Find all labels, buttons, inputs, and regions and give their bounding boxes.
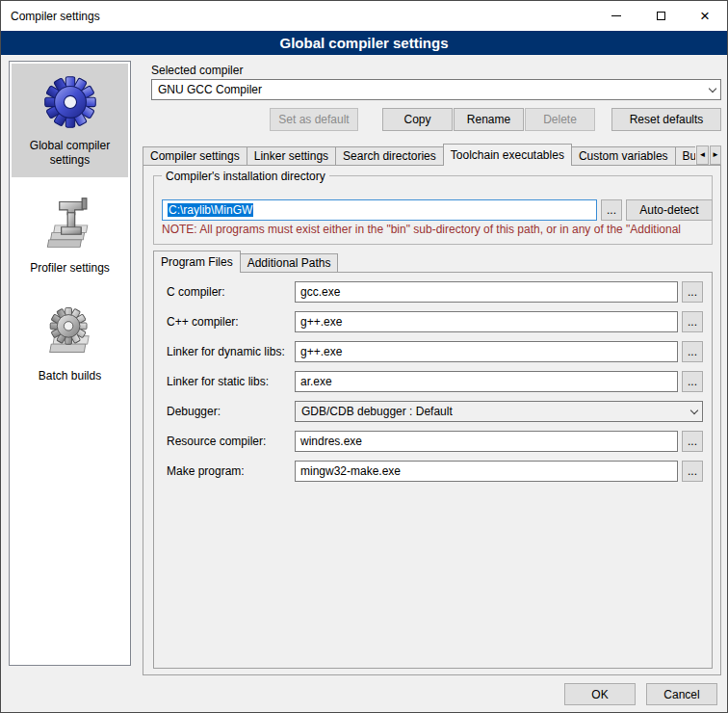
tab-search-directories[interactable]: Search directories xyxy=(335,146,444,165)
close-button[interactable]: × xyxy=(683,1,727,31)
compiler-settings-dialog: Compiler settings × Global compiler sett… xyxy=(0,0,728,713)
batch-builds-icon xyxy=(41,303,99,360)
tab-toolchain-executables[interactable]: Toolchain executables xyxy=(443,144,572,166)
window-title: Compiler settings xyxy=(1,10,100,23)
dialog-header: Global compiler settings xyxy=(1,31,727,55)
make-program-input[interactable]: mingw32-make.exe xyxy=(295,461,678,482)
installation-directory-group-title: Compiler's installation directory xyxy=(162,170,329,183)
set-as-default-button[interactable]: Set as default xyxy=(270,108,358,131)
sidebar-item-batch-builds[interactable]: Batch builds xyxy=(12,294,128,393)
field-label-cpp-compiler: C++ compiler: xyxy=(167,311,239,332)
tab-compiler-settings[interactable]: Compiler settings xyxy=(143,146,247,165)
tab-scroll-right-icon: ► xyxy=(712,151,719,159)
field-label-resource-compiler: Resource compiler: xyxy=(167,431,266,452)
window-controls: × xyxy=(594,1,727,31)
cpp-compiler-browse-button[interactable]: ... xyxy=(682,311,703,332)
installation-directory-group: Compiler's installation directory C:\ray… xyxy=(153,175,713,245)
program-files-tabstrip: Program Files Additional Paths xyxy=(153,251,538,273)
minimize-button[interactable] xyxy=(594,1,638,31)
settings-category-list: Global compiler settings Profiler settin… xyxy=(9,61,131,666)
program-files-panel: C compiler: gcc.exe ... C++ compiler: g+… xyxy=(153,272,713,669)
field-label-debugger: Debugger: xyxy=(167,401,221,422)
tab-scroll-left-button[interactable]: ◄ xyxy=(696,145,709,165)
cpp-compiler-value: g++.exe xyxy=(300,315,342,329)
selected-compiler-value: GNU GCC Compiler xyxy=(152,83,704,96)
tab-scroll-left-icon: ◄ xyxy=(699,151,707,159)
gear-blue-icon xyxy=(41,72,99,130)
dynamic-linker-value: g++.exe xyxy=(300,345,342,358)
toolchain-tab-panel: Compiler's installation directory C:\ray… xyxy=(143,165,721,675)
make-program-browse-button[interactable]: ... xyxy=(682,461,703,482)
titlebar[interactable]: Compiler settings × xyxy=(1,1,727,31)
c-compiler-browse-button[interactable]: ... xyxy=(682,281,703,303)
dialog-header-title: Global compiler settings xyxy=(279,35,448,51)
selected-compiler-label: Selected compiler xyxy=(151,64,243,77)
selected-compiler-select[interactable]: GNU GCC Compiler xyxy=(151,79,721,100)
cpp-compiler-input[interactable]: g++.exe xyxy=(295,311,678,332)
main-tabstrip: Compiler settings Linker settings Search… xyxy=(143,144,695,166)
debugger-select[interactable]: GDB/CDB debugger : Default xyxy=(295,401,703,422)
tab-custom-variables[interactable]: Custom variables xyxy=(571,146,676,165)
sidebar-item-label: Profiler settings xyxy=(30,261,110,276)
sidebar-item-label: Batch builds xyxy=(39,369,101,383)
rename-button[interactable]: Rename xyxy=(454,108,524,131)
field-label-static-linker: Linker for static libs: xyxy=(167,371,269,392)
make-program-value: mingw32-make.exe xyxy=(300,464,401,478)
chevron-down-icon xyxy=(704,80,720,99)
static-linker-value: ar.exe xyxy=(300,375,332,388)
resource-compiler-input[interactable]: windres.exe xyxy=(295,431,678,452)
installation-directory-value: C:\raylib\MinGW xyxy=(168,203,253,217)
copy-button[interactable]: Copy xyxy=(382,108,453,131)
static-linker-input[interactable]: ar.exe xyxy=(295,371,678,392)
cancel-button[interactable]: Cancel xyxy=(646,683,717,705)
bin-subdirectory-note: NOTE: All programs must exist either in … xyxy=(162,223,728,236)
tab-build-options[interactable]: Buil xyxy=(675,146,695,165)
installation-directory-input[interactable]: C:\raylib\MinGW xyxy=(162,199,597,221)
maximize-icon xyxy=(657,12,665,20)
chevron-down-icon xyxy=(686,402,702,421)
dynamic-linker-input[interactable]: g++.exe xyxy=(295,341,678,362)
auto-detect-button[interactable]: Auto-detect xyxy=(626,199,713,221)
field-label-dynamic-linker: Linker for dynamic libs: xyxy=(167,341,285,362)
resource-compiler-browse-button[interactable]: ... xyxy=(682,431,703,452)
delete-button[interactable]: Delete xyxy=(525,108,595,131)
close-icon: × xyxy=(700,8,710,24)
field-label-make-program: Make program: xyxy=(167,461,245,482)
sidebar-item-label: Global compiler settings xyxy=(13,139,126,168)
static-linker-browse-button[interactable]: ... xyxy=(682,371,703,392)
ok-button[interactable]: OK xyxy=(564,683,636,705)
maximize-button[interactable] xyxy=(638,1,683,31)
minimize-icon xyxy=(611,15,621,16)
reset-defaults-button[interactable]: Reset defaults xyxy=(611,108,721,131)
sidebar-item-global-compiler-settings[interactable]: Global compiler settings xyxy=(12,64,128,177)
installation-directory-browse-button[interactable]: ... xyxy=(601,199,622,221)
c-compiler-input[interactable]: gcc.exe xyxy=(295,281,678,303)
c-compiler-value: gcc.exe xyxy=(300,285,340,299)
profiler-icon xyxy=(41,195,99,252)
field-label-c-compiler: C compiler: xyxy=(167,281,225,303)
tab-additional-paths[interactable]: Additional Paths xyxy=(240,253,339,272)
dynamic-linker-browse-button[interactable]: ... xyxy=(682,341,703,362)
tab-linker-settings[interactable]: Linker settings xyxy=(247,146,336,165)
tab-scroll-right-button[interactable]: ► xyxy=(710,145,721,165)
tab-program-files[interactable]: Program Files xyxy=(153,251,241,273)
debugger-value: GDB/CDB debugger : Default xyxy=(296,405,686,418)
resource-compiler-value: windres.exe xyxy=(300,435,362,448)
sidebar-item-profiler-settings[interactable]: Profiler settings xyxy=(12,186,128,285)
